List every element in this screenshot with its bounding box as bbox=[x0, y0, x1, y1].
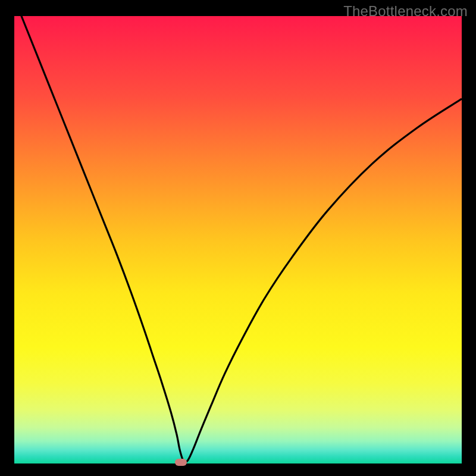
bottleneck-curve-svg bbox=[14, 16, 462, 464]
bottleneck-curve-path bbox=[14, 16, 462, 462]
chart-canvas bbox=[14, 16, 462, 464]
optimal-point-marker bbox=[175, 459, 187, 466]
